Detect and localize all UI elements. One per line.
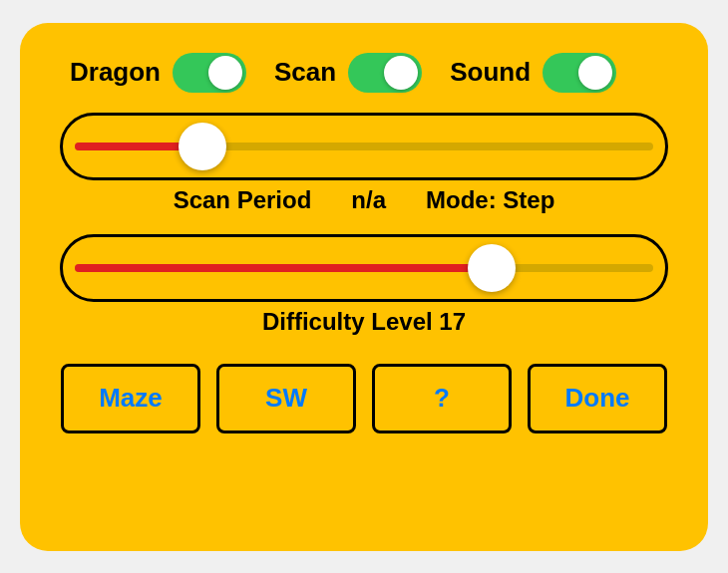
scan-period-info: Scan Period n/a Mode: Step bbox=[60, 186, 668, 214]
main-panel: Dragon Scan Sound Scan Period n/a Mode: … bbox=[20, 23, 708, 551]
dragon-toggle-group: Dragon bbox=[70, 53, 246, 93]
scan-period-container: Scan Period n/a Mode: Step bbox=[60, 113, 668, 214]
scan-period-slider-wrapper bbox=[60, 113, 668, 180]
difficulty-container: Difficulty Level 17 bbox=[60, 234, 668, 336]
scan-period-thumb[interactable] bbox=[179, 123, 226, 170]
sound-toggle-group: Sound bbox=[450, 53, 616, 93]
scan-toggle[interactable] bbox=[348, 53, 422, 93]
difficulty-slider-track bbox=[75, 264, 653, 272]
dragon-toggle[interactable] bbox=[173, 53, 246, 93]
done-button[interactable]: Done bbox=[528, 364, 667, 433]
sound-label: Sound bbox=[450, 57, 531, 88]
difficulty-label: Difficulty Level 17 bbox=[60, 308, 668, 336]
scan-period-mode: Mode: Step bbox=[426, 186, 554, 214]
difficulty-track-fill bbox=[75, 264, 492, 272]
scan-period-label: Scan Period bbox=[174, 186, 312, 214]
sound-toggle[interactable] bbox=[543, 53, 616, 93]
difficulty-slider-wrapper bbox=[60, 234, 668, 302]
dragon-label: Dragon bbox=[70, 57, 161, 88]
help-button[interactable]: ? bbox=[372, 364, 512, 433]
difficulty-thumb[interactable] bbox=[468, 244, 516, 292]
toggle-row: Dragon Scan Sound bbox=[60, 53, 668, 93]
sw-button[interactable]: SW bbox=[216, 364, 356, 433]
scan-toggle-group: Scan bbox=[274, 53, 422, 93]
maze-button[interactable]: Maze bbox=[61, 364, 200, 433]
scan-period-slider-track bbox=[75, 143, 653, 150]
scan-label: Scan bbox=[274, 57, 336, 88]
buttons-row: Maze SW ? Done bbox=[60, 364, 668, 433]
scan-period-value: n/a bbox=[351, 186, 386, 214]
